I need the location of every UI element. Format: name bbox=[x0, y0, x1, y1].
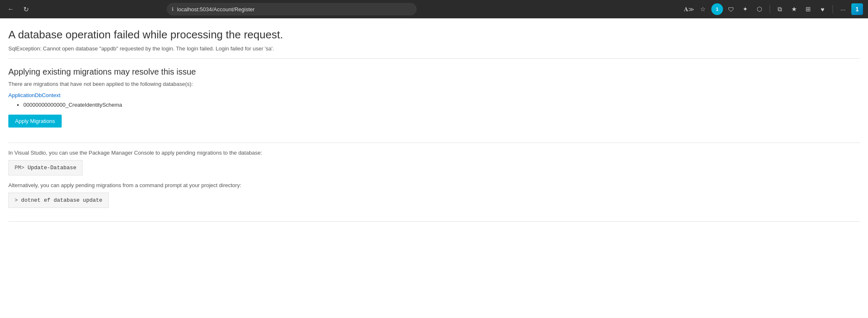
browser-chrome: ← ↻ ℹ localhost:5034/Account/Register 𝐀≫… bbox=[0, 0, 868, 18]
split-screen-icon[interactable]: ⧉ bbox=[774, 3, 786, 15]
url-text: localhost:5034/Account/Register bbox=[177, 6, 255, 13]
more-menu-icon[interactable]: ··· bbox=[837, 3, 849, 15]
cli-command-block: > dotnet ef database update bbox=[8, 193, 109, 208]
read-aloud-icon[interactable]: 𝐀≫ bbox=[683, 3, 695, 15]
address-bar[interactable]: ℹ localhost:5034/Account/Register bbox=[167, 3, 417, 15]
list-item: 00000000000000_CreateIdentitySchema bbox=[23, 102, 860, 108]
cli-info-text: Alternatively, you can apply pending mig… bbox=[8, 182, 860, 188]
divider-1 bbox=[8, 143, 860, 143]
favorites-icon[interactable]: ☆ bbox=[697, 3, 709, 15]
profile-icon[interactable]: 1 bbox=[851, 3, 863, 15]
toolbar-divider-2 bbox=[833, 5, 833, 13]
db-context-name: ApplicationDbContext bbox=[8, 92, 860, 98]
copilot-icon[interactable]: ♥ bbox=[817, 3, 828, 15]
error-detail: SqlException: Cannot open database "appd… bbox=[8, 45, 860, 59]
pm-prefix: PM> bbox=[15, 165, 24, 171]
browser-wallet-icon[interactable]: ⊞ bbox=[803, 3, 814, 15]
toolbar-divider-1 bbox=[770, 5, 770, 13]
extension-spark-icon[interactable]: ✦ bbox=[740, 3, 751, 15]
divider-2 bbox=[8, 221, 860, 222]
toolbar-icons: 𝐀≫ ☆ 1 🛡 ✦ ⬡ ⧉ ★ ⊞ ♥ ··· 1 bbox=[683, 3, 863, 15]
collections-icon[interactable]: ★ bbox=[788, 3, 800, 15]
cli-command: dotnet ef database update bbox=[18, 197, 103, 203]
section-subtitle: There are migrations that have not been … bbox=[8, 81, 860, 87]
pm-command-block: PM> Update-Database bbox=[8, 160, 83, 175]
extension-puzzle-icon[interactable]: ⬡ bbox=[754, 3, 765, 15]
error-title: A database operation failed while proces… bbox=[8, 28, 860, 41]
extension-shield-icon[interactable]: 🛡 bbox=[725, 3, 737, 15]
migrations-list: 00000000000000_CreateIdentitySchema bbox=[23, 102, 860, 108]
vs-info-text: In Visual Studio, you can use the Packag… bbox=[8, 150, 860, 156]
cli-prefix: > bbox=[15, 197, 18, 203]
apply-migrations-button[interactable]: Apply Migrations bbox=[8, 115, 62, 128]
page-content: A database operation failed while proces… bbox=[0, 18, 868, 238]
password-manager-icon[interactable]: 1 bbox=[711, 3, 723, 15]
pm-command: Update-Database bbox=[24, 165, 76, 171]
section-title: Applying existing migrations may resolve… bbox=[8, 67, 860, 77]
refresh-button[interactable]: ↻ bbox=[20, 3, 32, 15]
info-icon: ℹ bbox=[172, 6, 174, 12]
back-button[interactable]: ← bbox=[5, 3, 17, 15]
